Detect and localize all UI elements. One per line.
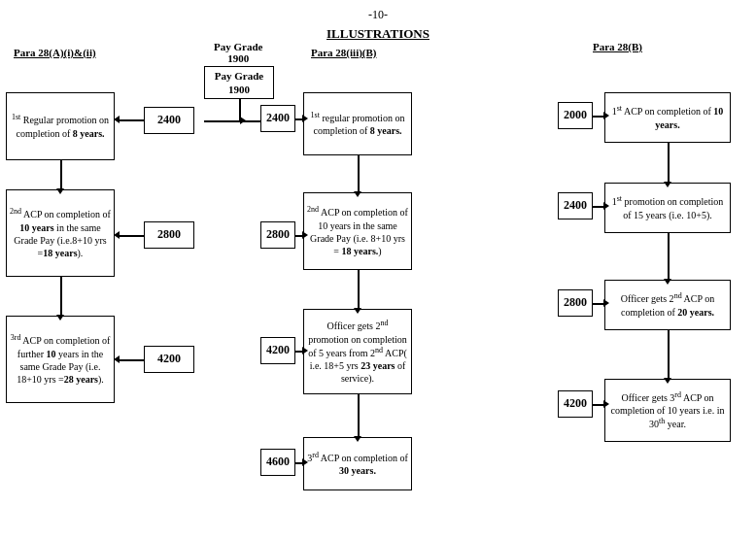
para28B-label: Para 28(B) — [593, 41, 642, 52]
para28iiiB-label: Para 28(iii)(B) — [311, 47, 377, 58]
box-c2: 1st promotion on completion of 15 years … — [604, 183, 731, 233]
arrow-c2-down — [668, 233, 670, 280]
arrow-b4-r — [295, 462, 303, 464]
diagram-area: Para 28(A)(i)&(ii) Pay Grade1900 Para 28… — [0, 39, 756, 540]
grade-a2: 2800 — [144, 221, 194, 249]
arrow-a1-down — [60, 160, 62, 189]
arrow-a2 — [119, 235, 144, 237]
page: -10- ILLUSTRATIONS Para 28(A)(i)&(ii) Pa… — [0, 0, 756, 540]
box-a2: 2nd ACP on completion of 10 years in the… — [6, 189, 115, 277]
arrow-b1-down — [358, 155, 360, 192]
box-c1: 1st ACP on completion of 10 years. — [604, 92, 731, 143]
arrow-a1 — [119, 119, 144, 121]
grade-a3: 4200 — [144, 346, 194, 373]
grade-c4: 4200 — [558, 390, 593, 418]
arrow-c3-r — [593, 303, 604, 305]
box-c3: Officer gets 2nd ACP on completion of 20… — [604, 280, 731, 330]
arrow-pg-to-l2400-h — [204, 120, 241, 122]
box-b4: 3rd ACP on completion of 30 years. — [303, 437, 412, 490]
grade-b4: 4600 — [260, 449, 295, 476]
grade-b1: 2400 — [260, 105, 295, 132]
arrow-c1-r — [593, 116, 604, 118]
arrow-b3-down — [358, 394, 360, 437]
box-b3: Officer gets 2nd promotion on completion… — [303, 309, 412, 394]
grade-c3: 2800 — [558, 289, 593, 317]
grade-c1: 2000 — [558, 102, 593, 129]
arrow-b2-r — [295, 235, 303, 237]
arrow-b3-r — [295, 351, 303, 353]
grade-b2: 2800 — [260, 221, 295, 249]
arrow-pg-v2 — [239, 99, 241, 120]
box-a3: 3rd ACP on completion of further 10 year… — [6, 316, 115, 403]
para28a-label: Para 28(A)(i)&(ii) — [14, 47, 96, 58]
grade-a1: 2400 — [144, 107, 194, 134]
arrow-a2-down — [60, 277, 62, 316]
arrow-c1-down — [668, 143, 670, 183]
arrow-c3-down — [668, 330, 670, 379]
grade-b3: 4200 — [260, 337, 295, 364]
pay-grade-label: Pay Grade1900 — [214, 41, 262, 64]
arrow-c2-r — [593, 206, 604, 208]
arrow-b1-r — [295, 118, 303, 120]
grade-c2: 2400 — [558, 192, 593, 219]
box-a1: 1st Regular promotion on completion of 8… — [6, 92, 115, 160]
arrow-a3 — [119, 359, 144, 361]
box-b2: 2nd ACP on completion of 10 years in the… — [303, 192, 412, 270]
arrow-c4-r — [593, 404, 604, 406]
box-b1: 1st regular promotion on completion of 8… — [303, 92, 412, 155]
box-c4: Officer gets 3rd ACP on completion of 10… — [604, 379, 731, 442]
page-number: -10- — [0, 0, 756, 22]
pay-grade-box: Pay Grade1900 — [204, 66, 274, 99]
arrow-b2-down — [358, 270, 360, 309]
